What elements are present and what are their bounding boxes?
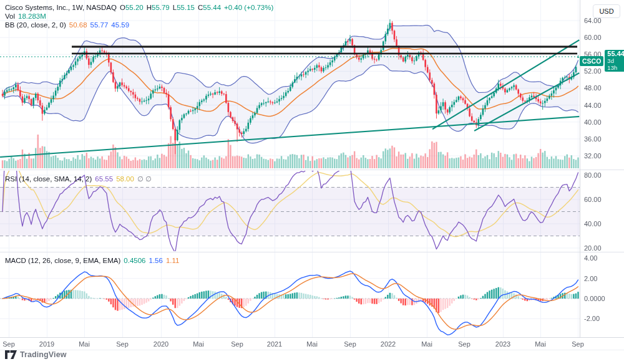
bb-lower-value: 45.59 [111, 21, 129, 29]
price-axis-label: 44.00 [584, 102, 602, 109]
last-price-box: 55.44 3d 13h [605, 50, 624, 72]
macd-hist-value: 0.4506 [124, 257, 145, 264]
volume-value: 18.283M [18, 12, 46, 20]
last-price-badge[interactable]: CSCO 55.44 3d 13h [580, 50, 624, 72]
time-axis-label: 2021 [267, 340, 282, 348]
rsi-label: RSI (14, close, SMA, 14, 2) [5, 175, 92, 183]
time-axis-label: Sep [231, 340, 243, 348]
bb-upper-value: 55.77 [90, 21, 109, 29]
last-price-value: 55.44 [607, 50, 624, 57]
time-axis-label: Sep [116, 340, 129, 348]
time-axis-label: Mai [535, 340, 546, 348]
tradingview-logo[interactable]: TradingView [5, 350, 67, 359]
time-axis-label: 2023 [495, 340, 510, 348]
price-axis-label: 48.00 [584, 84, 602, 92]
tradingview-logo-text: TradingView [20, 350, 67, 359]
time-axis-label: Sep [458, 340, 470, 348]
price-axis-label: 60.00 [584, 34, 602, 41]
symbol-legend-row[interactable]: Cisco Systems, Inc., 1W, NASDAQ O55.20 H… [5, 3, 273, 12]
bb-basis-value: 50.68 [69, 21, 87, 29]
time-axis-label: Mai [421, 340, 432, 348]
rsi-axis-label: 20.00 [584, 244, 602, 252]
rsi-axis-label: 40.00 [584, 220, 602, 228]
time-axis-label: Sep [572, 340, 584, 348]
macd-legend-row[interactable]: MACD (12, 26, close, 9, EMA, EMA) 0.4506… [5, 256, 179, 265]
macd-axis-label: 0.0000 [584, 295, 605, 302]
tradingview-logo-icon [5, 350, 17, 359]
close-value: C55.44 [198, 4, 221, 11]
macd-axis-label: 2.00 [584, 275, 597, 282]
symbol-title: Cisco Systems, Inc., 1W, NASDAQ [5, 4, 117, 11]
change-value: +0.40 (+0.73%) [224, 4, 273, 11]
tradingview-chart: Cisco Systems, Inc., 1W, NASDAQ O55.20 H… [0, 0, 624, 364]
macd-signal-value: 1.11 [166, 257, 180, 264]
time-axis-label: Mai [193, 340, 204, 348]
main-legend: Cisco Systems, Inc., 1W, NASDAQ O55.20 H… [5, 3, 273, 29]
rsi-value: 65.55 [95, 175, 113, 183]
price-axis-label: 32.00 [584, 152, 602, 160]
time-axis-label: Mai [306, 340, 318, 348]
macd-axis-label: 4.00 [584, 254, 597, 262]
low-value: L55.15 [173, 4, 195, 11]
bb-legend-row[interactable]: BB (20, close, 2, 0) 50.68 55.77 45.59 [5, 21, 273, 29]
time-axis-label: Sep [344, 340, 356, 348]
symbol-tag: CSCO [580, 56, 603, 66]
open-value: O55.20 [120, 4, 144, 11]
macd-axis-label: -2.00 [584, 315, 600, 322]
price-axis-label: 40.00 [584, 118, 602, 126]
rsi-legend-row[interactable]: RSI (14, close, SMA, 14, 2) 65.55 58.00 … [5, 175, 152, 183]
rsi-sma-value: 58.00 [116, 175, 134, 183]
price-axis-label: 36.00 [584, 135, 602, 143]
volume-label: Vol [5, 12, 15, 20]
time-axis-label: 2020 [154, 340, 168, 348]
time-axis-label: Mai [79, 340, 90, 348]
currency-toggle-button[interactable]: USD [593, 4, 620, 18]
rsi-axis-label: 60.00 [584, 196, 602, 203]
macd-line-value: 1.56 [149, 257, 163, 264]
bar-countdown: 3d 13h [607, 57, 624, 71]
time-axis-label: Sep [2, 340, 15, 348]
rsi-extra-value: ∅ ∅ [137, 175, 152, 183]
time-axis-label: 2022 [381, 340, 396, 348]
time-axis-label: 2019 [39, 340, 54, 348]
volume-legend-row[interactable]: Vol 18.283M [5, 12, 273, 21]
high-value: H55.79 [147, 4, 170, 11]
macd-label: MACD (12, 26, close, 9, EMA, EMA) [5, 257, 120, 264]
bb-label: BB (20, close, 2, 0) [5, 21, 66, 29]
macd-legend: MACD (12, 26, close, 9, EMA, EMA) 0.4506… [5, 256, 179, 265]
rsi-legend: RSI (14, close, SMA, 14, 2) 65.55 58.00 … [5, 175, 152, 183]
rsi-axis-label: 80.00 [584, 171, 602, 179]
